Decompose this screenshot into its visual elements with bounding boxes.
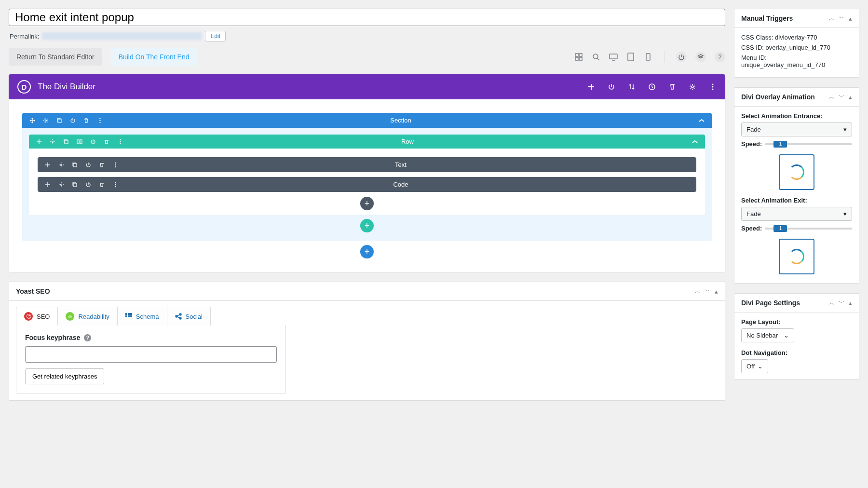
more-icon[interactable] <box>112 162 119 168</box>
exit-speed-slider[interactable]: 1 <box>765 228 852 230</box>
section-bar[interactable]: Section <box>22 113 712 128</box>
page-layout-select[interactable]: No Sidebar ⌄ <box>741 328 794 342</box>
svg-rect-31 <box>73 183 77 187</box>
chevron-down-icon[interactable]: ﹀ <box>839 14 845 23</box>
zoom-icon[interactable] <box>592 53 600 61</box>
module-label: Code <box>119 181 683 188</box>
divider <box>664 51 665 63</box>
desktop-view-icon[interactable] <box>609 53 618 61</box>
chevron-up-icon[interactable] <box>698 119 705 122</box>
svg-rect-21 <box>80 140 82 144</box>
gear-icon[interactable] <box>58 162 65 168</box>
dot-nav-select[interactable]: Off ⌄ <box>741 359 768 373</box>
svg-rect-40 <box>130 315 132 317</box>
move-icon[interactable] <box>44 162 51 168</box>
chevron-up-icon[interactable]: ︿ <box>828 298 835 307</box>
wireframe-icon[interactable] <box>574 53 583 61</box>
more-icon[interactable] <box>112 181 119 188</box>
code-module-bar[interactable]: Code <box>38 177 696 192</box>
move-icon[interactable] <box>44 181 51 188</box>
gear-icon[interactable] <box>58 181 65 188</box>
triangle-up-icon[interactable]: ▴ <box>715 288 718 295</box>
add-row-button[interactable]: + <box>360 219 374 232</box>
svg-point-24 <box>120 143 121 144</box>
trash-icon[interactable] <box>103 138 110 145</box>
duplicate-icon[interactable] <box>71 162 78 168</box>
tablet-view-icon[interactable] <box>626 53 635 61</box>
text-module-bar[interactable]: Text <box>38 157 696 172</box>
move-icon[interactable] <box>36 138 42 145</box>
grid-icon <box>125 313 132 320</box>
chevron-up-icon[interactable] <box>692 140 698 144</box>
chevron-down-icon[interactable]: ﹀ <box>839 298 845 307</box>
help-icon[interactable]: ? <box>84 334 91 341</box>
speed-label: Speed: <box>741 140 762 148</box>
more-icon[interactable] <box>709 83 717 91</box>
chevron-down-icon[interactable]: ﹀ <box>839 93 845 101</box>
more-icon[interactable] <box>117 138 123 145</box>
svg-point-23 <box>120 141 121 142</box>
help-icon[interactable]: ? <box>715 52 725 62</box>
power-icon[interactable] <box>90 138 96 145</box>
svg-point-25 <box>61 164 62 165</box>
triangle-up-icon[interactable]: ▴ <box>849 15 852 22</box>
duplicate-icon[interactable] <box>71 181 78 188</box>
get-related-keyphrases-button[interactable]: Get related keyphrases <box>25 368 104 384</box>
slider-handle[interactable]: 1 <box>773 225 787 232</box>
power-icon[interactable] <box>676 52 687 62</box>
gear-icon[interactable] <box>49 138 56 145</box>
trigger-row: CSS ID: overlay_unique_id_770 <box>741 44 852 51</box>
columns-icon[interactable] <box>76 138 83 145</box>
add-icon[interactable] <box>587 83 595 91</box>
chevron-up-icon[interactable]: ︿ <box>694 287 701 296</box>
gear-icon[interactable] <box>42 117 49 124</box>
trash-icon[interactable] <box>668 83 676 91</box>
trash-icon[interactable] <box>83 117 90 124</box>
move-icon[interactable] <box>29 117 36 124</box>
entrance-select[interactable]: Fade ▾ <box>741 122 852 136</box>
tab-readability[interactable]: ☺ Readability <box>58 307 117 325</box>
triangle-up-icon[interactable]: ▴ <box>849 299 852 307</box>
power-icon[interactable] <box>85 181 92 188</box>
tab-label: SEO <box>37 313 50 320</box>
power-icon[interactable] <box>85 162 92 168</box>
duplicate-icon[interactable] <box>56 117 63 124</box>
post-title-input[interactable] <box>9 9 725 26</box>
sad-face-icon: ☹ <box>24 312 33 321</box>
slider-handle[interactable]: 1 <box>773 141 787 148</box>
sort-icon[interactable] <box>628 83 636 91</box>
add-module-button[interactable]: + <box>360 197 374 210</box>
tab-seo[interactable]: ☹ SEO <box>16 307 58 325</box>
tab-social[interactable]: Social <box>167 307 211 325</box>
power-icon[interactable] <box>69 117 76 124</box>
triangle-up-icon[interactable]: ▴ <box>849 94 852 101</box>
duplicate-icon[interactable] <box>63 138 69 145</box>
return-standard-editor-button[interactable]: Return To Standard Editor <box>9 48 102 66</box>
history-icon[interactable] <box>648 83 656 91</box>
permalink-url <box>42 32 202 40</box>
chevron-up-icon[interactable]: ︿ <box>828 93 835 101</box>
chevron-down-icon[interactable]: ﹀ <box>705 287 711 296</box>
svg-rect-3 <box>579 57 582 60</box>
svg-rect-19 <box>65 140 68 144</box>
more-icon[interactable] <box>96 117 103 124</box>
mobile-view-icon[interactable] <box>644 53 652 61</box>
power-icon[interactable] <box>608 83 615 91</box>
svg-point-22 <box>120 139 121 140</box>
chevron-up-icon[interactable]: ︿ <box>828 14 835 23</box>
trash-icon[interactable] <box>98 162 105 168</box>
svg-point-34 <box>115 186 116 187</box>
focus-keyphrase-input[interactable] <box>25 346 277 363</box>
tab-schema[interactable]: Schema <box>118 307 167 325</box>
build-frontend-button[interactable]: Build On The Front End <box>111 48 197 66</box>
trash-icon[interactable] <box>98 181 105 188</box>
add-section-button[interactable]: + <box>360 245 374 258</box>
svg-rect-36 <box>128 313 130 315</box>
edit-permalink-button[interactable]: Edit <box>205 31 226 41</box>
entrance-speed-slider[interactable]: 1 <box>765 143 852 145</box>
exit-select[interactable]: Fade ▾ <box>741 207 852 221</box>
settings-gear-icon[interactable] <box>689 83 696 91</box>
row-bar[interactable]: Row <box>29 135 705 149</box>
exit-preview <box>779 239 814 274</box>
layers-icon[interactable] <box>695 52 706 62</box>
